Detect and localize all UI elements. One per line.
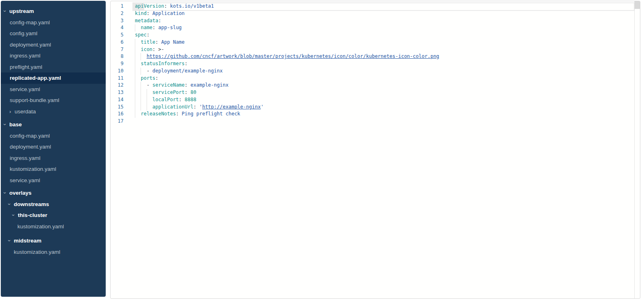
- chevron-down-icon: ›: [4, 122, 9, 127]
- tree-folder-overlays[interactable]: ›overlays: [1, 187, 106, 199]
- code-line[interactable]: 1apiVersion: kots.io/v1beta1: [111, 3, 640, 10]
- tree-item-label: downstreams: [14, 201, 49, 207]
- code-line[interactable]: 17: [111, 118, 640, 125]
- code-editor[interactable]: 1apiVersion: kots.io/v1beta12kind: Appli…: [110, 1, 640, 299]
- code-text: statusInformers:: [135, 60, 188, 68]
- line-number: 7: [111, 46, 124, 53]
- code-link[interactable]: https://github.com/cncf/artwork/blob/mas…: [147, 53, 439, 59]
- code-token: :: [185, 89, 190, 95]
- code-token: :: [156, 75, 158, 81]
- code-token: :: [156, 39, 161, 45]
- code-token: :: [179, 97, 184, 102]
- code-area: 1apiVersion: kots.io/v1beta12kind: Appli…: [111, 3, 640, 125]
- code-line[interactable]: 9statusInformers:: [111, 60, 640, 68]
- code-token: :: [152, 25, 158, 30]
- indent-guide: [135, 96, 141, 104]
- code-token: localPort: [152, 97, 179, 102]
- code-line[interactable]: 2kind: Application: [111, 10, 640, 17]
- indent-guide: [135, 39, 141, 46]
- tree-file-preflight.yaml[interactable]: preflight.yaml: [1, 62, 106, 73]
- tree-folder-upstream[interactable]: ›upstream: [1, 6, 106, 17]
- indent-guide: [135, 24, 141, 32]
- tree-item-label: midstream: [14, 238, 41, 244]
- code-link[interactable]: http://example-nginx: [202, 104, 261, 110]
- code-token: releaseNotes: [141, 111, 176, 117]
- chevron-down-icon: ›: [4, 9, 9, 14]
- code-token: Ping preflight check: [182, 111, 241, 117]
- line-number: 16: [111, 111, 124, 118]
- tree-file-ingress.yaml[interactable]: ingress.yaml: [1, 50, 106, 62]
- code-token: :: [164, 3, 170, 9]
- tree-file-replicated-app.yaml[interactable]: replicated-app.yaml: [1, 72, 106, 84]
- indent-guide: [141, 82, 146, 89]
- tree-file-service.yaml[interactable]: service.yaml: [1, 84, 106, 95]
- code-token: :: [158, 18, 161, 23]
- indent-guide: [147, 96, 152, 104]
- indent-guide: [141, 104, 146, 111]
- code-text: kind: Application: [135, 10, 185, 17]
- code-token: app-slug: [158, 25, 182, 30]
- code-text: applicationUrl: 'http://example-nginx': [135, 104, 264, 111]
- line-number: 2: [111, 10, 124, 17]
- code-text: servicePort: 80: [135, 89, 196, 96]
- tree-item-label: ingress.yaml: [10, 53, 41, 59]
- line-number: 12: [111, 82, 124, 89]
- tree-file-ingress.yaml[interactable]: ingress.yaml: [1, 153, 106, 164]
- code-line[interactable]: 15applicationUrl: 'http://example-nginx': [111, 104, 640, 111]
- code-text: apiVersion: kots.io/v1beta1: [135, 3, 214, 10]
- tree-folder-userdata[interactable]: ›userdata: [1, 106, 106, 117]
- code-line[interactable]: 16releaseNotes: Ping preflight check: [111, 111, 640, 118]
- line-number: 9: [111, 60, 124, 68]
- code-line[interactable]: 5spec:: [111, 32, 640, 39]
- tree-file-kustomization.yaml[interactable]: kustomization.yaml: [1, 247, 106, 258]
- code-token: 80: [190, 89, 196, 95]
- file-tree-sidebar: ›upstreamconfig-map.yamlconfig.yamldeplo…: [1, 1, 106, 297]
- code-text: - serviceName: example-nginx: [135, 82, 228, 89]
- code-token: spec: [135, 32, 147, 38]
- tree-file-deployment.yaml[interactable]: deployment.yaml: [1, 141, 106, 153]
- line-number: 13: [111, 89, 124, 96]
- indent-guide: [147, 104, 152, 111]
- tree-item-label: base: [9, 121, 22, 128]
- code-line[interactable]: 12- serviceName: example-nginx: [111, 82, 640, 89]
- scrollbar-thumb[interactable]: [635, 1, 640, 9]
- indent-guide: [135, 104, 141, 111]
- tree-file-kustomization.yaml[interactable]: kustomization.yaml: [1, 221, 106, 232]
- code-line[interactable]: 6title: App Name: [111, 39, 640, 46]
- tree-folder-midstream[interactable]: ›midstream: [1, 235, 106, 247]
- line-number: 11: [111, 75, 124, 82]
- indent-guide: [141, 53, 146, 60]
- tree-file-service.yaml[interactable]: service.yaml: [1, 175, 106, 186]
- tree-item-label: kustomization.yaml: [10, 166, 56, 172]
- code-line[interactable]: 4name: app-slug: [111, 24, 640, 32]
- code-line[interactable]: 3metadata:: [111, 17, 640, 25]
- tree-file-config-map.yaml[interactable]: config-map.yaml: [1, 130, 106, 142]
- tree-file-config-map.yaml[interactable]: config-map.yaml: [1, 17, 106, 28]
- code-token: :: [185, 82, 190, 88]
- tree-item-label: support-bundle.yaml: [10, 97, 59, 103]
- tree-folder-downstreams[interactable]: ›downstreams: [1, 199, 106, 210]
- code-token: ': [261, 104, 264, 110]
- tree-file-support-bundle.yaml[interactable]: support-bundle.yaml: [1, 95, 106, 106]
- code-line[interactable]: 7icon: >-: [111, 46, 640, 53]
- code-text: icon: >-: [135, 46, 164, 53]
- tree-item-label: config.yaml: [10, 30, 37, 36]
- code-line[interactable]: 13servicePort: 80: [111, 89, 640, 96]
- indent-guide: [135, 53, 141, 60]
- code-line[interactable]: 8https://github.com/cncf/artwork/blob/ma…: [111, 53, 640, 60]
- tree-folder-this-cluster[interactable]: ›this-cluster: [1, 210, 106, 221]
- indent-guide: [135, 75, 141, 82]
- code-line[interactable]: 11ports:: [111, 75, 640, 82]
- tree-item-label: service.yaml: [10, 86, 40, 92]
- tree-file-config.yaml[interactable]: config.yaml: [1, 28, 106, 39]
- line-number: 1: [111, 3, 124, 10]
- tree-file-deployment.yaml[interactable]: deployment.yaml: [1, 39, 106, 51]
- code-token: :: [176, 111, 181, 117]
- tree-file-kustomization.yaml[interactable]: kustomization.yaml: [1, 164, 106, 175]
- tree-folder-base[interactable]: ›base: [1, 119, 106, 130]
- code-text: ports:: [135, 75, 158, 82]
- indent-guide: [147, 89, 152, 96]
- code-line[interactable]: 10- deployment/example-nginx: [111, 68, 640, 75]
- indent-guide: [135, 89, 141, 96]
- code-line[interactable]: 14localPort: 8888: [111, 96, 640, 104]
